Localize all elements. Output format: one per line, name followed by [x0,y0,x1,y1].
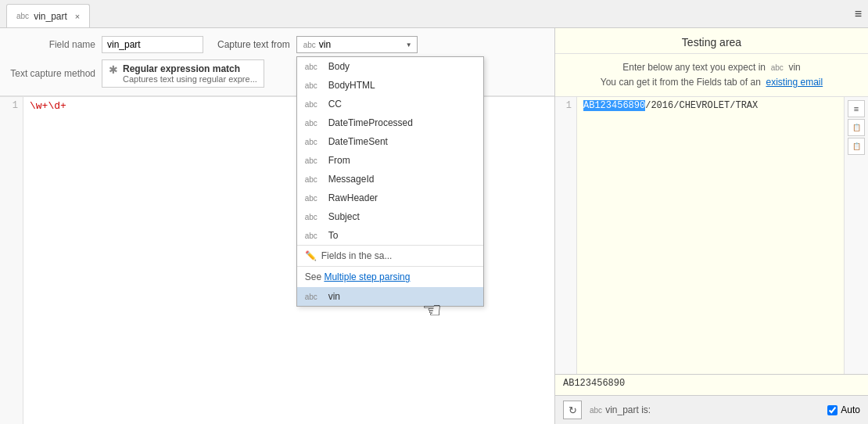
testing-desc-abc: abc [771,63,784,72]
dropdown-item-body-abc: abc [305,63,324,71]
auto-checkbox-input[interactable] [827,405,838,415]
field-name-input[interactable] [102,36,203,53]
text-line-numbers: 1 [555,97,577,374]
dropdown-item-dts-abc: abc [305,138,324,146]
code-line-numbers: 1 [0,97,23,424]
capture-from-value: vin [319,39,331,50]
auto-label: Auto [841,404,860,415]
dropdown-item-cc-label: CC [328,99,342,110]
dropdown-item-vin-label: vin [328,291,340,302]
dropdown-item-bodyhtml-label: BodyHTML [328,80,375,91]
tab-close-button[interactable]: × [75,12,80,21]
dropdown-item-bodyhtml-abc: abc [305,81,324,90]
dropdown-footer: See Multiple step parsing [297,266,483,287]
method-title: Regular expression match [123,63,257,74]
testing-area-header: Testing area [555,28,868,54]
text-tool-copy1-button[interactable]: 📋 [848,119,865,136]
dropdown-item-to-label: To [328,230,339,241]
existing-email-link[interactable]: existing email [766,77,823,88]
dropdown-item-datetimesent[interactable]: abc DateTimeSent [297,132,483,151]
method-desc: Captures text using regular expre... [123,74,257,84]
text-tool-lines-button[interactable]: ≡ [848,100,865,117]
result-value: AB123456890 [563,378,625,389]
dropdown-item-vin-abc: abc [305,293,324,301]
auto-checkbox[interactable]: Auto [827,404,860,415]
dropdown-item-datetimeprocessed[interactable]: abc DateTimeProcessed [297,113,483,132]
dropdown-item-dtp-abc: abc [305,119,324,128]
star-icon: ✱ [109,63,118,76]
code-line-1: 1 [5,100,18,111]
remaining-text: /2016/CHEVROLET/TRAX [645,100,758,111]
result-text-area: AB123456890 [555,375,868,395]
dropdown-item-to-abc: abc [305,232,324,240]
dropdown-item-msgid-abc: abc [305,175,324,184]
text-line-1-num: 1 [560,100,572,111]
dropdown-item-subject-abc: abc [305,213,324,221]
dropdown-item-from-label: From [328,155,350,166]
method-box[interactable]: ✱ Regular expression match Captures text… [102,59,264,88]
tab-vin-part[interactable]: abc vin_part × [6,4,90,27]
dropdown-item-cc[interactable]: abc CC [297,95,483,113]
dropdown-item-subject[interactable]: abc Subject [297,207,483,226]
field-name-row: Field name Capture text from abc vin abc [9,36,545,53]
dropdown-item-cc-abc: abc [305,100,324,109]
dropdown-popup: abc Body abc BodyHTML abc CC [296,56,484,307]
highlighted-text: AB123456890 [583,100,645,111]
capture-from-dropdown[interactable]: abc vin [296,36,418,53]
text-tool-copy2-button[interactable]: 📋 [848,138,865,155]
testing-desc-line1: Enter below any text you expect in abc v… [571,60,852,75]
vin-part-label: abc vin_part is: [590,404,651,415]
dropdown-item-bodyhtml[interactable]: abc BodyHTML [297,76,483,95]
dropdown-footer-text: See [305,271,325,282]
text-toolbar: ≡ 📋 📋 [844,97,868,374]
dropdown-item-body[interactable]: abc Body [297,57,483,76]
tab-name: vin_part [34,11,67,22]
text-editor-area[interactable]: 1 AB123456890/2016/CHEVROLET/TRAX ≡ 📋 📋 [555,97,868,375]
dropdown-item-subject-label: Subject [328,211,360,222]
main-content: Field name Capture text from abc vin abc [0,28,868,424]
tab-bar: abc vin_part × ≡ [0,0,868,28]
left-panel: Field name Capture text from abc vin abc [0,28,555,424]
dropdown-item-rawheader-abc: abc [305,194,324,203]
dropdown-item-rawheader[interactable]: abc RawHeader [297,189,483,207]
capture-from-dropdown-wrapper: abc vin abc Body abc BodyHTML [296,36,418,53]
dropdown-item-body-label: Body [328,61,350,72]
dropdown-item-rawheader-label: RawHeader [328,192,378,203]
dropdown-item-from[interactable]: abc From [297,151,483,170]
dropdown-item-fields-separator: ✏️ Fields in the sa... [297,245,483,266]
dropdown-item-vin-selected[interactable]: abc vin [297,287,483,306]
testing-desc-field: vin [788,62,800,73]
dropdown-list: abc Body abc BodyHTML abc CC [297,57,483,266]
dropdown-item-to[interactable]: abc To [297,226,483,245]
testing-area-desc: Enter below any text you expect in abc v… [555,54,868,97]
capture-abc-badge: abc [303,41,316,49]
tab-abc-badge: abc [16,12,29,20]
dropdown-item-msgid-label: MessageId [328,174,375,185]
dropdown-item-dts-label: DateTimeSent [328,136,388,147]
method-text: Regular expression match Captures text u… [123,63,257,84]
text-content-area[interactable]: AB123456890/2016/CHEVROLET/TRAX [577,97,844,374]
refresh-button[interactable]: ↻ [563,401,582,419]
multiple-step-parsing-link[interactable]: Multiple step parsing [324,271,410,282]
status-bar: ↻ abc vin_part is: Auto [555,395,868,424]
status-abc-badge: abc [590,406,602,415]
vin-part-is-label: vin_part is: [605,404,651,415]
field-name-label: Field name [9,39,95,50]
dropdown-fields-label: Fields in the sa... [321,250,393,261]
dropdown-item-dtp-label: DateTimeProcessed [328,117,413,128]
dropdown-item-from-abc: abc [305,156,324,165]
text-capture-method-label: Text capture method [9,68,95,79]
pencil-icon: ✏️ [305,250,317,261]
right-panel: Testing area Enter below any text you ex… [555,28,868,424]
form-area: Field name Capture text from abc vin abc [0,28,554,96]
dropdown-item-messageid[interactable]: abc MessageId [297,170,483,189]
capture-text-label: Capture text from [217,39,290,50]
code-regex: \w+\d+ [30,100,66,112]
testing-desc-line2: You can get it from the Fields tab of an… [571,75,852,90]
menu-icon[interactable]: ≡ [855,7,862,21]
